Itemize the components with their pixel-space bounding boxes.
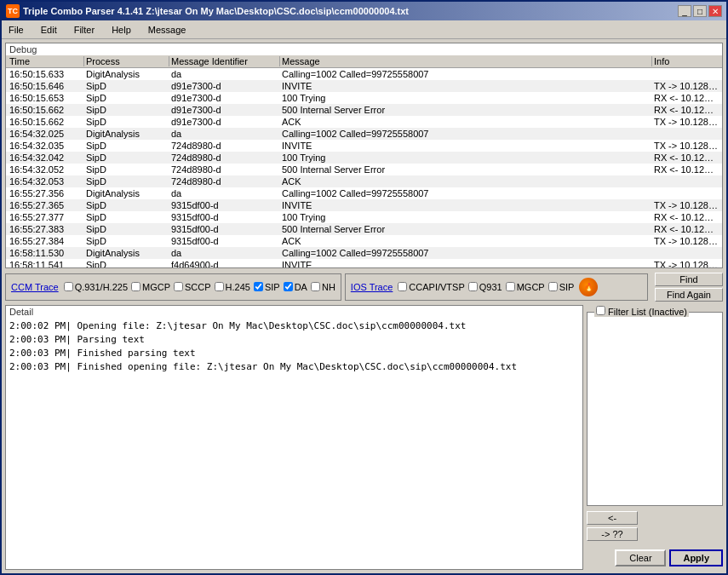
table-row[interactable]: 16:54:32.042 SipD 724d8980-d 100 Trying … xyxy=(6,152,722,164)
cell-msg-id: da xyxy=(169,247,280,259)
cell-process: DigitAnalysis xyxy=(84,128,169,140)
detail-line: 2:00:03 PM| Finished opening file: Z:\jt… xyxy=(9,360,579,374)
ccm-checkbox-0[interactable] xyxy=(64,282,73,291)
table-row[interactable]: 16:55:27.384 SipD 9315df00-d ACK TX -> 1… xyxy=(6,235,722,247)
cell-process: SipD xyxy=(84,92,169,104)
cell-msg-id: 9315df00-d xyxy=(169,223,280,235)
cell-msg-id: 724d8980-d xyxy=(169,175,280,187)
ccm-cb-h-245[interactable]: H.245 xyxy=(215,282,250,292)
ccm-trace-label[interactable]: CCM Trace xyxy=(11,282,59,292)
cell-info: TX -> 10.128.105.170 xyxy=(652,259,720,267)
table-row[interactable]: 16:54:32.053 SipD 724d8980-d ACK xyxy=(6,175,722,187)
find-button[interactable]: Find xyxy=(655,273,723,286)
filter-inactive-checkbox[interactable] xyxy=(596,306,605,315)
table-row[interactable]: 16:50:15.633 DigitAnalysis da Calling=10… xyxy=(6,68,722,80)
ccm-checkbox-6[interactable] xyxy=(311,282,320,291)
cell-time: 16:50:15.646 xyxy=(8,80,84,92)
ios-cb-mgcp[interactable]: MGCP xyxy=(506,282,545,292)
ios-trace-label[interactable]: IOS Trace xyxy=(351,282,393,292)
detail-line: 2:00:03 PM| Finished parsing text xyxy=(9,347,579,360)
cell-time: 16:50:15.633 xyxy=(8,68,84,80)
cell-message: Calling=1002 Called=99725558007 xyxy=(280,128,652,140)
cell-msg-id: da xyxy=(169,128,280,140)
cell-info: TX -> 10.128.105.170 xyxy=(652,80,720,92)
table-row[interactable]: 16:54:32.025 DigitAnalysis da Calling=10… xyxy=(6,128,722,140)
cell-time: 16:55:27.356 xyxy=(8,187,84,199)
cell-time: 16:54:32.035 xyxy=(8,140,84,152)
menu-file[interactable]: File xyxy=(5,24,27,36)
table-row[interactable]: 16:54:32.035 SipD 724d8980-d INVITE TX -… xyxy=(6,140,722,152)
ios-checkbox-3[interactable] xyxy=(548,282,558,291)
app-icon: TC xyxy=(6,4,20,18)
table-row[interactable]: 16:54:32.052 SipD 724d8980-d 500 Interna… xyxy=(6,164,722,175)
filter-next-button[interactable]: -> ?? xyxy=(587,527,638,541)
table-row[interactable]: 16:50:15.653 SipD d91e7300-d 100 Trying … xyxy=(6,92,722,104)
cell-time: 16:54:32.042 xyxy=(8,152,84,164)
debug-section: Debug Time Process Message Identifier Me… xyxy=(5,43,723,268)
cell-msg-id: f4d64900-d xyxy=(169,259,280,267)
cell-message: INVITE xyxy=(280,140,652,152)
close-button[interactable]: ✕ xyxy=(708,5,722,17)
ccm-cb-nh[interactable]: NH xyxy=(311,282,335,292)
table-row[interactable]: 16:55:27.377 SipD 9315df00-d 100 Trying … xyxy=(6,211,722,223)
cell-process: SipD xyxy=(84,223,169,235)
ios-checkbox-1[interactable] xyxy=(468,282,478,291)
cell-process: SipD xyxy=(84,140,169,152)
cell-message: INVITE xyxy=(280,259,652,267)
cell-info: RX <- 10.128.105.170 xyxy=(652,92,720,104)
ios-checkbox-0[interactable] xyxy=(398,282,407,291)
cell-msg-id: d91e7300-d xyxy=(169,116,280,128)
menu-edit[interactable]: Edit xyxy=(37,24,60,36)
ios-cb-ccapi-vtsp[interactable]: CCAPI/VTSP xyxy=(398,282,464,292)
detail-line: 2:00:03 PM| Parsing text xyxy=(9,333,579,347)
table-row[interactable]: 16:58:11.541 SipD f4d64900-d INVITE TX -… xyxy=(6,259,722,267)
apply-button[interactable]: Apply xyxy=(669,549,723,566)
ccm-checkbox-2[interactable] xyxy=(174,282,183,291)
table-row[interactable]: 16:58:11.530 DigitAnalysis da Calling=10… xyxy=(6,247,722,259)
cell-info: TX -> 10.128.105.170 xyxy=(652,235,720,247)
cell-process: SipD xyxy=(84,80,169,92)
cell-process: SipD xyxy=(84,164,169,175)
minimize-button[interactable]: _ xyxy=(678,5,691,17)
menu-help[interactable]: Help xyxy=(108,24,135,36)
detail-text[interactable]: 2:00:02 PM| Opening file: Z:\jtesar On M… xyxy=(6,318,582,569)
table-row[interactable]: 16:55:27.356 DigitAnalysis da Calling=10… xyxy=(6,187,722,199)
ccm-cb-mgcp[interactable]: MGCP xyxy=(131,282,170,292)
ccm-checkbox-3[interactable] xyxy=(215,282,224,291)
ios-checkbox-2[interactable] xyxy=(506,282,515,291)
cell-info: RX <- 10.128.105.170 xyxy=(652,152,720,164)
ccm-cb-q-931-h-225[interactable]: Q.931/H.225 xyxy=(64,282,128,292)
clear-button[interactable]: Clear xyxy=(615,549,666,566)
ccm-cb-sip[interactable]: SIP xyxy=(254,282,280,292)
table-row[interactable]: 16:50:15.646 SipD d91e7300-d INVITE TX -… xyxy=(6,80,722,92)
ccm-checkbox-5[interactable] xyxy=(284,282,293,291)
menu-message[interactable]: Message xyxy=(145,24,190,36)
find-again-button[interactable]: Find Again xyxy=(655,288,723,302)
table-row[interactable]: 16:50:15.662 SipD d91e7300-d 500 Interna… xyxy=(6,104,722,116)
table-header: Time Process Message Identifier Message … xyxy=(6,55,722,68)
ios-cb-sip[interactable]: SIP xyxy=(548,282,575,292)
cell-msg-id: 9315df00-d xyxy=(169,211,280,223)
filter-list-box: Filter List (Inactive) xyxy=(587,312,723,506)
ios-icon: 🔥 xyxy=(579,278,598,296)
table-row[interactable]: 16:55:27.365 SipD 9315df00-d INVITE TX -… xyxy=(6,199,722,211)
menu-filter[interactable]: Filter xyxy=(71,24,98,36)
table-row[interactable]: 16:55:27.383 SipD 9315df00-d 500 Interna… xyxy=(6,223,722,235)
menu-bar: File Edit Filter Help Message xyxy=(2,20,726,39)
cell-info: TX -> 10.128.105.170 xyxy=(652,116,720,128)
cell-msg-id: 9315df00-d xyxy=(169,199,280,211)
ccm-checkbox-1[interactable] xyxy=(131,282,140,291)
ios-cb-q931[interactable]: Q931 xyxy=(468,282,502,292)
cell-time: 16:54:32.052 xyxy=(8,164,84,175)
ccm-cb-sccp[interactable]: SCCP xyxy=(174,282,211,292)
filter-prev-button[interactable]: <- xyxy=(587,511,638,525)
ccm-checkbox-4[interactable] xyxy=(254,282,263,291)
table-row[interactable]: 16:50:15.662 SipD d91e7300-d ACK TX -> 1… xyxy=(6,116,722,128)
table-body[interactable]: 16:50:15.633 DigitAnalysis da Calling=10… xyxy=(6,68,722,267)
maximize-button[interactable]: □ xyxy=(693,5,707,17)
ccm-cb-da[interactable]: DA xyxy=(284,282,307,292)
cell-msg-id: da xyxy=(169,68,280,80)
cell-message: 500 Internal Server Error xyxy=(280,164,652,175)
cell-message: 100 Trying xyxy=(280,211,652,223)
cell-message: Calling=1002 Called=99725558007 xyxy=(280,247,652,259)
